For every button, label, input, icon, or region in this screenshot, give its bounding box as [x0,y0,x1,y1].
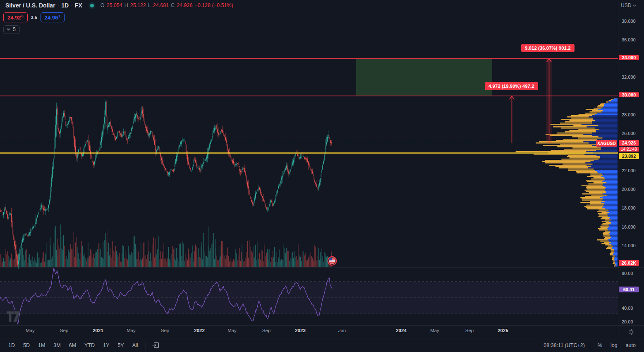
symbol-legend: Silver / U.S. Dollar · 1D · FX O25.054 H… [5,2,233,9]
time-axis-label: Sep [262,328,271,333]
axis-settings-buttons: 08:38:11 (UTC+2) % log auto [543,342,640,349]
volume-histogram [0,224,332,267]
go-to-date-icon[interactable] [152,341,160,349]
separator: · [71,2,73,9]
symbol-tag-label: XAGUSD [596,140,617,147]
auto-scale-toggle[interactable]: auto [622,342,640,349]
price-range-label-19pct[interactable]: 4.972 (19.90%) 497.2 [485,82,538,90]
range-1d[interactable]: 1D [4,342,19,349]
divider [146,342,146,349]
yellow-line-price-label: 23.892 [619,153,639,159]
range-1y[interactable]: 1Y [99,342,113,349]
range-5y[interactable]: 5Y [113,342,128,349]
price-tick-label: 20.00 [622,319,633,325]
price-tick-label: 26.000 [622,130,636,136]
price-tick-label: 80.00 [622,270,633,276]
range-6m[interactable]: 6M [65,342,80,349]
hidden-indicators-count: 5 [13,27,16,32]
high-label: H [124,2,128,8]
price-tick-label: 14.000 [622,243,636,248]
symbol-title[interactable]: Silver / U.S. Dollar [5,2,55,9]
log-scale-toggle[interactable]: log [606,342,622,349]
percent-scale-toggle[interactable]: % [594,342,606,349]
divider [590,342,590,349]
time-axis-label: 2022 [194,328,205,333]
time-axis-label: Sep [465,328,474,333]
price-tick-label: 22.000 [622,168,636,174]
price-tick-label: 40.00 [622,305,633,311]
open-value: 25.054 [106,2,122,8]
time-axis-label: May [26,328,35,333]
price-tick-label: 20.000 [622,186,636,192]
range-5d[interactable]: 5D [19,342,34,349]
sell-button[interactable]: 24.926 [3,12,28,22]
buy-button[interactable]: 24.961 [41,12,65,22]
exchange-label[interactable]: FX [75,2,82,9]
chart-window: Silver / U.S. Dollar · 1D · FX O25.054 H… [0,0,644,352]
price-levels[interactable] [0,59,618,153]
rsi-value-label: 60.41 [619,287,639,292]
low-label: L [148,2,151,8]
price-tick-label: 38.000 [622,18,636,24]
indicators-collapse-button[interactable]: 5 [3,25,20,34]
time-axis-label: 2024 [396,328,407,333]
supply-zone-box[interactable] [356,59,492,95]
last-price-label: 24.926 [619,140,639,146]
axis-settings-corner[interactable] [618,325,644,338]
currency-selector[interactable]: USD [621,2,636,8]
price-tick-label: 28.000 [622,112,636,118]
us-market-session-icon[interactable] [328,256,337,265]
price-tick-label: 32.000 [622,74,636,80]
chevron-down-icon [633,5,636,7]
bottom-toolbar: 1D 5D 1M 3M 6M YTD 1Y 5Y All 08:38:11 (U… [0,338,644,352]
main-chart-canvas[interactable] [0,0,644,352]
chevron-down-icon [7,28,10,31]
price-tick-label: 16.000 [622,224,636,230]
time-axis-label: May [127,328,136,333]
price-range-arrows[interactable] [510,59,553,143]
separator: · [57,2,60,9]
bid-ask-panel: 24.926 3.5 24.961 [3,12,65,22]
volume-profile [516,98,618,267]
interval-label[interactable]: 1D [61,2,69,9]
spread-value: 3.5 [31,15,37,20]
close-value: 24.926 [177,2,192,8]
resistance-price-label-30: 30.000 [619,92,639,97]
bar-countdown-label: 14:21:49 [619,147,639,152]
time-axis-label: Sep [60,328,68,333]
time-axis-label: 2023 [295,328,306,333]
price-tick-label: 36.000 [622,37,636,43]
low-value: 24.681 [153,2,169,8]
rsi-indicator [0,268,618,324]
time-axis-label: Jun [338,328,346,333]
candlestick-series [0,95,332,269]
range-all[interactable]: All [128,342,142,349]
range-buttons: 1D 5D 1M 3M 6M YTD 1Y 5Y All [4,341,160,349]
close-label: C [171,2,175,8]
range-3m[interactable]: 3M [49,342,65,349]
change-value: −0.128 (−0.51%) [194,2,233,8]
time-axis-label: 2021 [93,328,103,333]
market-status-icon[interactable] [90,4,94,7]
price-range-label-36pct[interactable]: 9.012 (36.07%) 901.2 [521,44,575,52]
volume-value-label: 26.02K [619,260,639,266]
time-axis-label: Sep [161,328,169,333]
tradingview-watermark-logo [7,311,20,322]
ohlc-readout: O25.054 H25.122 L24.681 C24.926 −0.128 (… [101,2,233,8]
time-axis-label: 2025 [498,328,508,333]
resistance-price-label-34: 34.000 [619,55,639,60]
gear-icon [628,328,635,335]
time-axis-label: May [227,328,237,333]
session-clock[interactable]: 08:38:11 (UTC+2) [543,342,584,348]
high-value: 25.122 [130,2,146,8]
price-tick-label: 18.000 [622,205,636,211]
time-axis-label: May [430,328,439,333]
open-label: O [101,2,105,8]
range-ytd[interactable]: YTD [80,342,99,349]
range-1m[interactable]: 1M [34,342,49,349]
